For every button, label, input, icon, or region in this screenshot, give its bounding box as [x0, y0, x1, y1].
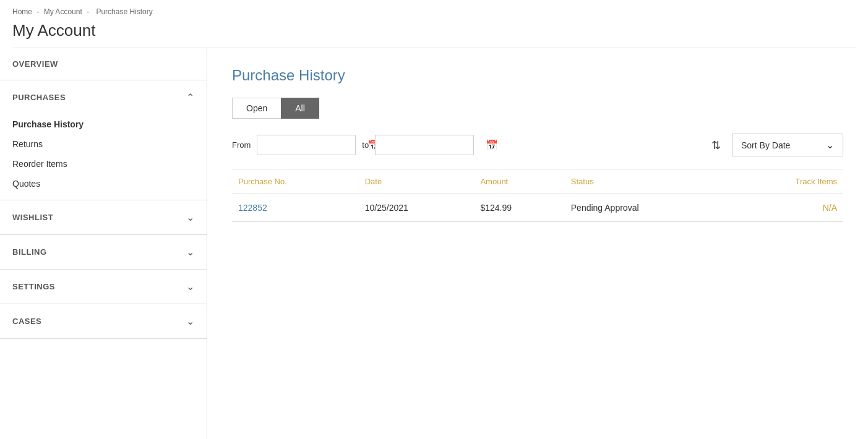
tab-open[interactable]: Open	[232, 98, 281, 119]
sidebar-item-reorder-items[interactable]: Reorder Items	[12, 154, 194, 174]
chevron-up-icon: ⌃	[186, 92, 194, 103]
sidebar-section-purchases-header[interactable]: PURCHASES ⌃	[0, 80, 207, 114]
content-area: Purchase History Open All From 📅 to 📅	[207, 48, 868, 439]
sidebar-section-cases-header[interactable]: CASES ⌄	[0, 304, 207, 338]
to-label: to	[362, 140, 369, 150]
sidebar-item-overview[interactable]: OVERVIEW	[0, 48, 207, 80]
sidebar-item-quotes[interactable]: Quotes	[12, 174, 194, 194]
sidebar-section-purchases-label: PURCHASES	[12, 93, 66, 102]
col-amount: Amount	[474, 169, 564, 194]
to-date-wrapper[interactable]: 📅	[375, 135, 474, 155]
to-date-input[interactable]	[382, 140, 486, 150]
col-date: Date	[359, 169, 475, 194]
tab-all[interactable]: All	[281, 98, 319, 119]
filters-row: From 📅 to 📅 ⇅ Sort By Date ⌄	[232, 134, 843, 156]
cell-purchase-no[interactable]: 122852	[232, 194, 359, 222]
from-date-input[interactable]	[264, 140, 367, 150]
main-layout: OVERVIEW PURCHASES ⌃ Purchase History Re…	[0, 48, 868, 439]
to-calendar-icon[interactable]: 📅	[486, 139, 498, 151]
breadcrumb-sep2: -	[87, 7, 89, 16]
from-date-wrapper[interactable]: 📅	[257, 135, 356, 155]
cell-track-items: N/A	[731, 194, 843, 222]
sidebar-section-cases-label: CASES	[12, 317, 41, 326]
cell-amount: $124.99	[474, 194, 564, 222]
sidebar-item-returns[interactable]: Returns	[12, 134, 194, 154]
sort-dropdown-label: Sort By Date	[741, 140, 790, 150]
col-track-items: Track Items	[731, 169, 843, 194]
sidebar-purchases-items: Purchase History Returns Reorder Items Q…	[0, 114, 207, 200]
sort-direction-icon[interactable]: ⇅	[711, 139, 721, 152]
col-purchase-no: Purchase No.	[232, 169, 359, 194]
sidebar-section-billing: BILLING ⌄	[0, 235, 207, 270]
breadcrumb: Home - My Account - Purchase History	[0, 0, 868, 19]
page-wrapper: Home - My Account - Purchase History My …	[0, 0, 868, 439]
breadcrumb-home[interactable]: Home	[12, 7, 32, 16]
sidebar-section-settings-header[interactable]: SETTINGS ⌄	[0, 270, 207, 304]
chevron-down-icon-cases: ⌄	[186, 315, 194, 327]
content-title: Purchase History	[232, 67, 843, 84]
table-header-row: Purchase No. Date Amount Status Track It…	[232, 169, 843, 194]
chevron-down-icon-billing: ⌄	[186, 246, 194, 258]
chevron-down-icon-settings: ⌄	[186, 281, 194, 292]
sidebar-section-wishlist-header[interactable]: WISHLIST ⌄	[0, 200, 207, 234]
sort-dropdown[interactable]: Sort By Date ⌄	[732, 134, 843, 156]
sidebar: OVERVIEW PURCHASES ⌃ Purchase History Re…	[0, 48, 207, 439]
sidebar-item-purchase-history[interactable]: Purchase History	[12, 114, 194, 134]
sidebar-section-wishlist-label: WISHLIST	[12, 213, 53, 222]
sidebar-section-wishlist: WISHLIST ⌄	[0, 200, 207, 235]
table-header: Purchase No. Date Amount Status Track It…	[232, 169, 843, 194]
sidebar-section-billing-label: BILLING	[12, 247, 47, 257]
breadcrumb-sep1: -	[37, 7, 39, 16]
sidebar-section-purchases: PURCHASES ⌃ Purchase History Returns Reo…	[0, 80, 207, 200]
page-title: My Account	[0, 19, 868, 48]
chevron-down-icon-wishlist: ⌄	[186, 211, 194, 223]
cell-date: 10/25/2021	[359, 194, 475, 222]
breadcrumb-my-account[interactable]: My Account	[44, 7, 82, 16]
sidebar-section-billing-header[interactable]: BILLING ⌄	[0, 235, 207, 269]
sidebar-section-settings-label: SETTINGS	[12, 282, 55, 291]
sidebar-section-cases: CASES ⌄	[0, 304, 207, 339]
sidebar-section-settings: SETTINGS ⌄	[0, 270, 207, 304]
table-body: 122852 10/25/2021 $124.99 Pending Approv…	[232, 194, 843, 222]
from-label: From	[232, 140, 251, 150]
tabs: Open All	[232, 98, 843, 119]
purchase-table: Purchase No. Date Amount Status Track It…	[232, 169, 843, 222]
cell-status: Pending Approval	[565, 194, 731, 222]
sort-dropdown-arrow: ⌄	[826, 139, 834, 151]
col-status: Status	[565, 169, 731, 194]
table-row: 122852 10/25/2021 $124.99 Pending Approv…	[232, 194, 843, 222]
breadcrumb-current: Purchase History	[96, 7, 152, 16]
